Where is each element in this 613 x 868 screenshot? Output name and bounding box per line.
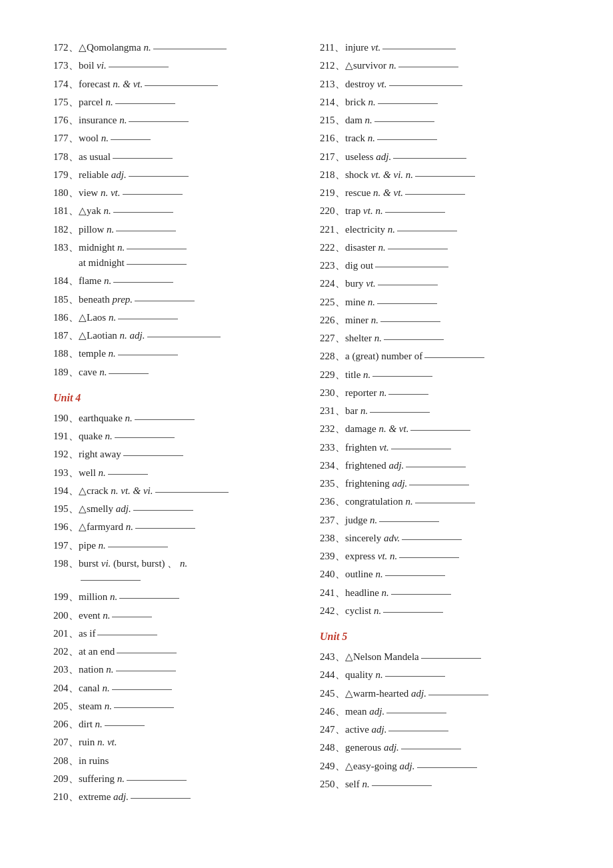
- list-item: 201、 as if: [53, 626, 293, 641]
- list-item: 191、 quake n.: [53, 429, 293, 444]
- entries-184-189: 184、 flame n. 185、 beneath prep. 186、 △L…: [53, 273, 293, 380]
- list-item: 213、 destroy vt.: [320, 77, 560, 92]
- list-item: 211、 injure vt.: [320, 40, 560, 55]
- list-item: 246、 mean adj.: [320, 704, 560, 719]
- list-item: 203、 nation n.: [53, 662, 293, 677]
- list-item-198: 198、 burst vi. (burst, burst) 、 n.: [53, 556, 293, 587]
- list-item: 220、 trap vt. n.: [320, 203, 560, 219]
- list-item: 219、 rescue n. & vt.: [320, 185, 560, 201]
- list-item: 238、 sincerely adv.: [320, 531, 560, 546]
- list-item: 214、 brick n.: [320, 95, 560, 110]
- list-item: 227、 shelter n.: [320, 331, 560, 346]
- list-item: 237、 judge n.: [320, 513, 560, 528]
- list-item: 248、 generous adj.: [320, 740, 560, 755]
- list-item: 223、 dig out: [320, 258, 560, 273]
- list-item: 249、 △easy-going adj.: [320, 759, 560, 774]
- list-item: 226、 miner n.: [320, 313, 560, 328]
- list-item: 175、 parcel n.: [53, 95, 293, 110]
- list-item: 176、 insurance n.: [53, 113, 293, 128]
- list-item: 240、 outline n.: [320, 567, 560, 582]
- list-item: 180、 view n. vt.: [53, 185, 293, 201]
- list-item: 205、 steam n.: [53, 699, 293, 714]
- list-item: 218、 shock vt. & vi. n.: [320, 167, 560, 183]
- list-item: 250、 self n.: [320, 777, 560, 792]
- list-item: 232、 damage n. & vt.: [320, 421, 560, 437]
- list-item: 247、 active adj.: [320, 722, 560, 737]
- entries-211-242: 211、 injure vt. 212、 △survivor n. 213、 d…: [320, 40, 560, 619]
- list-item: 228、 a (great) number of: [320, 349, 560, 364]
- list-item: 179、 reliable adj.: [53, 167, 293, 183]
- list-item: 242、 cyclist n.: [320, 603, 560, 619]
- list-item: 239、 express vt. n.: [320, 549, 560, 564]
- list-item: 196、 △farmyard n.: [53, 519, 293, 535]
- list-item: 206、 dirt n.: [53, 717, 293, 732]
- entries-unit4: 190、 earthquake n. 191、 quake n. 192、 ri…: [53, 411, 293, 805]
- list-item: 197、 pipe n.: [53, 538, 293, 553]
- list-item: 217、 useless adj.: [320, 149, 560, 165]
- list-item: 174、 forecast n. & vt.: [53, 77, 293, 92]
- list-item: 245、 △warm-hearted adj.: [320, 686, 560, 701]
- list-item: 207、 ruin n. vt.: [53, 735, 293, 750]
- list-item: 229、 title n.: [320, 367, 560, 383]
- list-item: 189、 cave n.: [53, 365, 293, 380]
- right-column: 211、 injure vt. 212、 △survivor n. 213、 d…: [320, 40, 560, 807]
- list-item: 185、 beneath prep.: [53, 292, 293, 307]
- list-item: 230、 reporter n.: [320, 385, 560, 401]
- list-item: 204、 canal n.: [53, 681, 293, 696]
- list-item: 192、 right away: [53, 447, 293, 462]
- list-item: 241、 headline n.: [320, 585, 560, 601]
- main-content: 172、 △Qomolangma n. 173、 boil vi. 174、 f…: [53, 40, 560, 807]
- list-item: 187、 △Laotian n. adj.: [53, 328, 293, 343]
- list-item: 212、 △survivor n.: [320, 58, 560, 73]
- list-item: 200、 event n.: [53, 608, 293, 623]
- list-item: 208、 in ruins: [53, 753, 293, 769]
- list-item: 234、 frightened adj.: [320, 458, 560, 473]
- list-item: 243、 △Nelson Mandela: [320, 649, 560, 665]
- list-item: 190、 earthquake n.: [53, 411, 293, 426]
- list-item: 199、 million n.: [53, 589, 293, 605]
- list-item: 188、 temple n.: [53, 346, 293, 361]
- left-column: 172、 △Qomolangma n. 173、 boil vi. 174、 f…: [53, 40, 293, 807]
- unit5-title: Unit 5: [320, 631, 560, 643]
- list-item: 215、 dam n.: [320, 113, 560, 128]
- list-item: 236、 congratulation n.: [320, 494, 560, 509]
- list-item: 222、 disaster n.: [320, 240, 560, 255]
- entries-unit5: 243、 △Nelson Mandela 244、 quality n. 245…: [320, 649, 560, 792]
- list-item: 182、 pillow n.: [53, 222, 293, 237]
- list-item: 225、 mine n.: [320, 295, 560, 310]
- list-item: 244、 quality n.: [320, 667, 560, 683]
- list-item: 172、 △Qomolangma n.: [53, 40, 293, 55]
- list-item: 210、 extreme adj.: [53, 789, 293, 805]
- list-item: 194、 △crack n. vt. & vi.: [53, 483, 293, 499]
- list-item: 181、 △yak n.: [53, 203, 293, 219]
- list-item-183: 183、 midnight n. at midnight: [53, 240, 293, 271]
- entries-172-183: 172、 △Qomolangma n. 173、 boil vi. 174、 f…: [53, 40, 293, 271]
- list-item: 178、 as usual: [53, 149, 293, 165]
- list-item: 231、 bar n.: [320, 403, 560, 419]
- list-item: 202、 at an end: [53, 644, 293, 659]
- list-item: 235、 frightening adj.: [320, 476, 560, 491]
- list-item: 221、 electricity n.: [320, 222, 560, 237]
- list-item: 184、 flame n.: [53, 273, 293, 289]
- list-item: 224、 bury vt.: [320, 276, 560, 291]
- list-item: 186、 △Laos n.: [53, 310, 293, 325]
- list-item: 195、 △smelly adj.: [53, 501, 293, 517]
- list-item: 173、 boil vi.: [53, 58, 293, 73]
- list-item: 233、 frighten vt.: [320, 440, 560, 455]
- list-item: 193、 well n.: [53, 465, 293, 481]
- list-item: 216、 track n.: [320, 131, 560, 146]
- list-item: 209、 suffering n.: [53, 771, 293, 787]
- unit4-title: Unit 4: [53, 392, 293, 404]
- list-item: 177、 wool n.: [53, 131, 293, 146]
